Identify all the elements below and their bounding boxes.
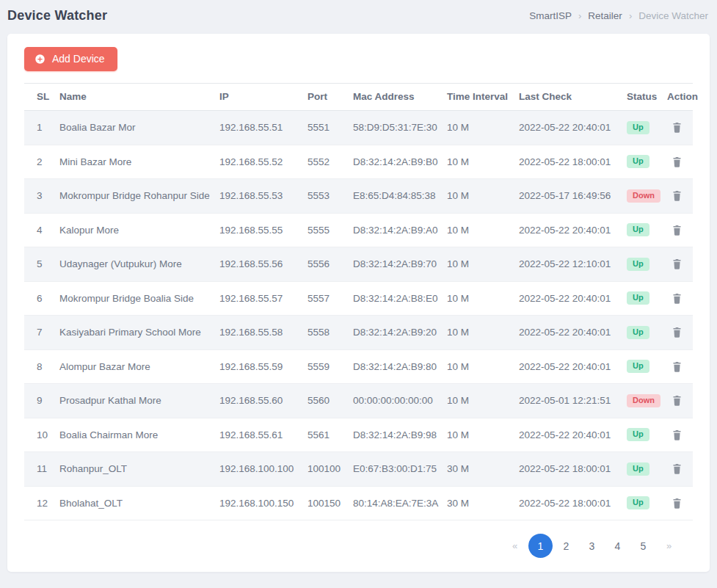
cell-action — [661, 486, 693, 520]
delete-device-button[interactable] — [669, 187, 685, 204]
cell-port: 5552 — [302, 145, 347, 179]
pagination-page-button-3[interactable]: 3 — [580, 534, 604, 558]
column-header-mac: Mac Address — [347, 84, 441, 111]
table-row: 4 Kalopur More 192.168.55.55 5555 D8:32:… — [24, 213, 693, 247]
breadcrumb-smartisp[interactable]: SmartISP — [529, 10, 572, 21]
cell-action — [661, 179, 693, 214]
cell-port: 5558 — [302, 316, 347, 350]
cell-port: 100100 — [302, 452, 347, 487]
cell-last-check: 2022-05-22 12:10:01 — [513, 247, 621, 282]
cell-time-interval: 30 M — [441, 486, 513, 520]
delete-device-button[interactable] — [669, 427, 685, 443]
trash-icon — [671, 224, 683, 236]
cell-time-interval: 10 M — [441, 316, 513, 350]
status-badge: Down — [627, 394, 660, 407]
trash-icon — [671, 394, 683, 407]
add-device-label: Add Device — [52, 53, 105, 65]
column-header-sl: SL — [24, 84, 54, 111]
cell-name: Prosadpur Kathal More — [54, 384, 214, 418]
cell-status: Down — [621, 179, 661, 214]
pagination-page-button-1[interactable]: 1 — [528, 534, 553, 558]
cell-name: Udaynager (Vutpukur) More — [54, 247, 214, 282]
delete-device-button[interactable] — [669, 392, 685, 409]
column-header-action: Action — [661, 84, 693, 111]
pagination-page-button-5[interactable]: 5 — [631, 534, 655, 558]
cell-port: 100150 — [302, 486, 347, 520]
cell-sl: 2 — [24, 145, 54, 179]
chevron-right-icon: › — [578, 10, 581, 21]
status-badge: Up — [627, 462, 649, 476]
cell-time-interval: 10 M — [441, 247, 513, 282]
column-header-name: Name — [54, 84, 214, 111]
pagination-next-button[interactable]: » — [657, 534, 681, 558]
cell-sl: 6 — [24, 281, 54, 316]
cell-status: Up — [621, 247, 661, 282]
cell-mac: D8:32:14:2A:B9:70 — [347, 247, 441, 282]
status-badge: Up — [627, 326, 649, 339]
table-row: 11 Rohanpur_OLT 192.168.100.100 100100 E… — [24, 452, 693, 487]
cell-name: Alompur Bazar More — [54, 349, 214, 384]
trash-icon — [671, 121, 683, 134]
delete-device-button[interactable] — [669, 358, 685, 375]
cell-sl: 3 — [24, 179, 54, 214]
cell-mac: 80:14:A8:EA:7E:3A — [347, 486, 441, 520]
trash-icon — [671, 497, 683, 509]
pagination-page-button-4[interactable]: 4 — [605, 534, 630, 558]
cell-mac: D8:32:14:2A:B9:B0 — [347, 145, 441, 179]
delete-device-button[interactable] — [669, 222, 685, 239]
column-header-ip: IP — [214, 84, 302, 111]
trash-icon — [671, 326, 683, 338]
trash-icon — [671, 360, 683, 373]
table-row: 5 Udaynager (Vutpukur) More 192.168.55.5… — [24, 247, 693, 282]
cell-mac: D8:32:14:2A:B9:98 — [347, 418, 441, 452]
cell-name: Mokrompur Bridge Rohanpur Side — [54, 179, 214, 214]
column-header-interval: Time Interval — [441, 84, 513, 111]
cell-port: 5560 — [302, 384, 347, 418]
breadcrumb-device-watcher: Device Watcher — [638, 10, 708, 21]
cell-name: Boalia Chairman More — [54, 418, 214, 452]
cell-last-check: 2022-05-01 12:21:51 — [513, 384, 621, 418]
pagination-page-button-2[interactable]: 2 — [554, 534, 578, 558]
device-table-body: 1 Boalia Bazar Mor 192.168.55.51 5551 58… — [24, 111, 693, 520]
cell-port: 5559 — [302, 349, 347, 384]
cell-last-check: 2022-05-22 20:40:01 — [513, 316, 621, 350]
cell-last-check: 2022-05-17 16:49:56 — [513, 179, 621, 214]
delete-device-button[interactable] — [669, 153, 685, 170]
add-device-button[interactable]: Add Device — [24, 47, 117, 71]
delete-device-button[interactable] — [669, 495, 685, 512]
delete-device-button[interactable] — [669, 290, 685, 307]
table-row: 8 Alompur Bazar More 192.168.55.59 5559 … — [24, 349, 693, 384]
cell-status: Up — [621, 418, 661, 452]
cell-last-check: 2022-05-22 20:40:01 — [513, 213, 621, 247]
cell-last-check: 2022-05-22 18:00:01 — [513, 145, 621, 179]
cell-status: Up — [621, 316, 661, 350]
device-watcher-card: Add Device SL Name IP Port Mac Address T… — [7, 34, 710, 572]
status-badge: Up — [627, 360, 649, 373]
delete-device-button[interactable] — [669, 460, 685, 477]
cell-sl: 1 — [24, 111, 54, 145]
delete-device-button[interactable] — [669, 324, 685, 341]
cell-ip: 192.168.100.150 — [214, 486, 302, 520]
cell-sl: 7 — [24, 316, 54, 350]
cell-action — [661, 111, 693, 145]
cell-action — [661, 384, 693, 418]
cell-last-check: 2022-05-22 20:40:01 — [513, 418, 621, 452]
cell-ip: 192.168.55.60 — [214, 384, 302, 418]
cell-last-check: 2022-05-22 20:40:01 — [513, 349, 621, 384]
breadcrumb-retailer[interactable]: Retailer — [588, 10, 622, 21]
cell-status: Up — [621, 213, 661, 247]
column-header-port: Port — [302, 84, 347, 111]
cell-status: Down — [621, 384, 661, 418]
cell-sl: 4 — [24, 213, 54, 247]
cell-time-interval: 10 M — [441, 281, 513, 316]
cell-name: Kalopur More — [54, 213, 214, 247]
cell-last-check: 2022-05-22 20:40:01 — [513, 111, 621, 145]
chevron-right-icon: › — [629, 10, 632, 21]
cell-mac: D8:32:14:2A:B9:80 — [347, 349, 441, 384]
cell-name: Mini Bazar More — [54, 145, 214, 179]
delete-device-button[interactable] — [669, 255, 685, 272]
pagination-prev-button[interactable]: « — [503, 534, 527, 558]
table-row: 10 Boalia Chairman More 192.168.55.61 55… — [24, 418, 693, 452]
delete-device-button[interactable] — [669, 119, 685, 136]
cell-ip: 192.168.55.53 — [214, 179, 302, 214]
